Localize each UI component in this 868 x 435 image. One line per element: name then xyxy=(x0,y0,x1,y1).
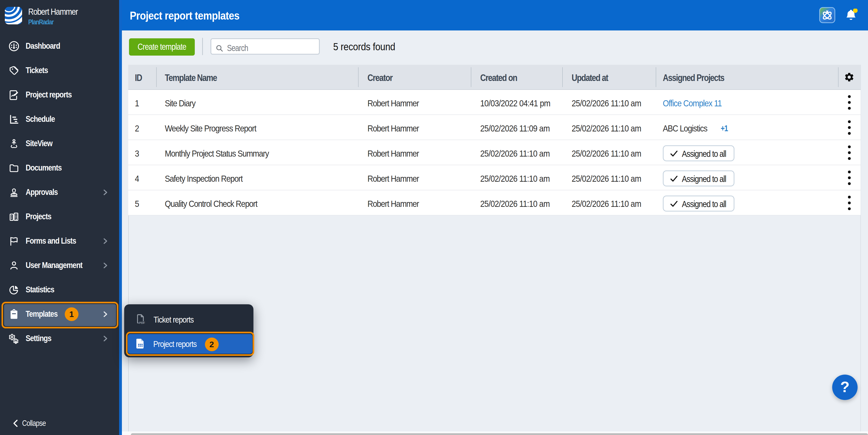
svg-text:PDF: PDF xyxy=(139,321,145,324)
